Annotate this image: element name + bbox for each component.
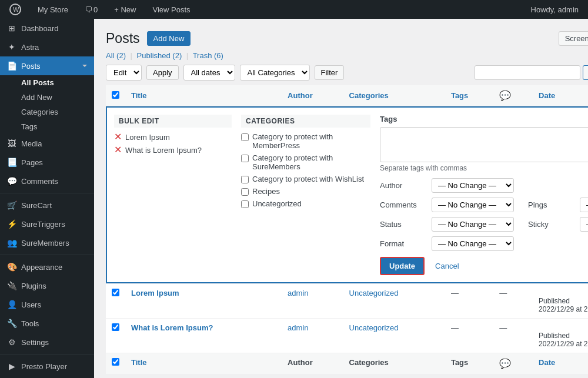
filter-bar: Edit Apply All dates All Categories Filt… xyxy=(106,65,588,81)
my-store-link[interactable]: My Store xyxy=(33,0,73,19)
row1-comments-value: — xyxy=(499,289,507,297)
bulk-edit-categories-section: Categories Category to protect with Memb… xyxy=(241,115,370,275)
filter-right: Search Posts 2 items xyxy=(475,65,588,80)
remove-post-2-button[interactable]: ✕ xyxy=(114,145,122,155)
view-posts-link[interactable]: View Posts xyxy=(148,0,195,19)
dashboard-icon: ⊞ xyxy=(7,24,16,33)
row2-checkbox[interactable] xyxy=(112,323,119,331)
table-row: What is Lorem Ipsum? admin Uncategorized… xyxy=(106,319,588,353)
sidebar-item-posts[interactable]: 📄 Posts xyxy=(0,56,94,75)
comments-select[interactable]: — No Change — xyxy=(432,198,514,212)
admin-menu: ⊞ Dashboard ✦ Astra 📄 Posts All Posts Ad… xyxy=(0,19,94,378)
media-icon: 🖼 xyxy=(7,139,16,148)
sidebar-item-comments[interactable]: 💬 Comments xyxy=(0,172,94,190)
pings-select[interactable]: — No Change — xyxy=(580,198,588,212)
sidebar-item-users[interactable]: 👤 Users xyxy=(0,295,94,314)
sidebar-item-suremembers[interactable]: 👥 SureMembers xyxy=(0,233,94,252)
sidebar-item-pages[interactable]: 📃 Pages xyxy=(0,153,94,172)
cat-wishlist-checkbox[interactable] xyxy=(241,176,249,183)
remove-post-1-button[interactable]: ✕ xyxy=(114,132,122,142)
select-all-checkbox[interactable] xyxy=(112,91,119,99)
tags-textarea[interactable] xyxy=(380,127,588,162)
bulk-apply-button[interactable]: Apply xyxy=(146,65,179,80)
submenu-add-new[interactable]: Add New xyxy=(0,90,94,105)
submenu-categories[interactable]: Categories xyxy=(0,105,94,119)
footer-select-all-checkbox[interactable] xyxy=(112,358,119,366)
submenu-all-posts[interactable]: All Posts xyxy=(0,75,94,90)
new-label: + New xyxy=(114,5,136,14)
screen-options-button[interactable]: Screen Options ▾ xyxy=(559,31,588,46)
cat-suremembers-checkbox[interactable] xyxy=(241,155,249,162)
search-area: Search Posts xyxy=(475,65,588,80)
row2-title-link[interactable]: What is Lorem Ipsum? xyxy=(131,323,213,332)
author-field-label: Author xyxy=(380,181,427,190)
sidebar-item-media[interactable]: 🖼 Media xyxy=(0,134,94,153)
comments-pings-row: Comments — No Change — Pings — No C xyxy=(380,198,588,212)
trash-posts-link[interactable]: Trash (6) xyxy=(193,51,223,60)
comments-count: 0 xyxy=(93,5,98,14)
suretriggers-icon: ⚡ xyxy=(7,219,16,229)
date-col-header[interactable]: Date xyxy=(533,85,588,106)
row1-date-value: Published 2022/12/29 at 2:26 pm xyxy=(539,297,588,313)
cat-memberpress-checkbox[interactable] xyxy=(241,133,249,141)
sidebar-item-astra[interactable]: ✦ Astra xyxy=(0,38,94,56)
cat-recipes-checkbox[interactable] xyxy=(241,188,249,196)
tools-icon: 🔧 xyxy=(7,319,16,328)
sidebar-item-tools[interactable]: 🔧 Tools xyxy=(0,314,94,333)
add-new-button[interactable]: Add New xyxy=(147,31,191,46)
sidebar-item-suretriggers[interactable]: ⚡ SureTriggers xyxy=(0,215,94,233)
category-filter-select[interactable]: All Categories xyxy=(240,65,310,81)
title-col-header[interactable]: Title xyxy=(125,85,282,106)
submenu-tags[interactable]: Tags xyxy=(0,119,94,134)
sidebar-item-plugins[interactable]: 🔌 Plugins xyxy=(0,276,94,295)
update-button[interactable]: Update xyxy=(380,257,425,275)
filter-button[interactable]: Filter xyxy=(315,65,345,80)
author-select[interactable]: — No Change — xyxy=(432,178,514,193)
row1-title-link[interactable]: Lorem Ipsum xyxy=(131,289,179,297)
footer-cb-col xyxy=(106,353,125,374)
row2-author-cell: admin xyxy=(282,319,343,353)
cat-uncategorized-checkbox[interactable] xyxy=(241,200,249,208)
format-select[interactable]: — No Change — xyxy=(432,236,514,251)
sidebar-item-dashboard[interactable]: ⊞ Dashboard xyxy=(0,19,94,38)
sidebar-item-appearance[interactable]: 🎨 Appearance xyxy=(0,257,94,276)
cancel-button[interactable]: Cancel xyxy=(429,258,465,274)
footer-comments-col: 💬 xyxy=(493,353,533,374)
sticky-field-row: Sticky — No Change — xyxy=(528,217,588,232)
footer-title-col: Title xyxy=(125,353,282,374)
sidebar-item-surecart[interactable]: 🛒 SureCart xyxy=(0,196,94,215)
bulk-action-select[interactable]: Edit xyxy=(106,65,142,81)
published-posts-link[interactable]: Published (2) xyxy=(137,51,184,60)
sidebar-item-settings[interactable]: ⚙ Settings xyxy=(0,333,94,352)
format-field-row: Format — No Change — xyxy=(380,236,588,251)
bulk-edit-post-1-label: Lorem Ipsum xyxy=(125,133,170,142)
table-footer-header-row: Title Author Categories Tags 💬 xyxy=(106,353,588,374)
footer-categories-col: Categories xyxy=(343,353,445,374)
all-posts-link[interactable]: All (2) xyxy=(106,51,128,60)
pings-field-label: Pings xyxy=(528,200,575,209)
new-content-link[interactable]: + New xyxy=(109,0,141,19)
search-posts-input[interactable] xyxy=(475,65,580,80)
footer-author-col: Author xyxy=(282,353,343,374)
bulk-edit-post-item-2: ✕ What is Lorem Ipsum? xyxy=(114,145,232,155)
wp-logo[interactable]: W xyxy=(5,0,26,19)
date-filter-select[interactable]: All dates xyxy=(183,65,235,81)
row1-category-link[interactable]: Uncategorized xyxy=(349,289,399,297)
status-select[interactable]: — No Change — xyxy=(432,217,514,232)
bulk-edit-post-2-label: What is Lorem Ipsum? xyxy=(125,146,202,155)
sidebar-item-label: Users xyxy=(21,300,41,309)
comments-link[interactable]: 🗨 0 xyxy=(80,0,102,19)
sidebar-item-presto-player[interactable]: ▶ Presto Player xyxy=(0,357,94,376)
main-content: Posts Add New Screen Options ▾ Help ▾ Al… xyxy=(94,19,588,378)
admin-bar: W My Store 🗨 0 + New View Posts Howdy, a… xyxy=(0,0,588,19)
row1-author-link[interactable]: admin xyxy=(288,289,308,297)
sticky-select[interactable]: — No Change — xyxy=(580,217,588,232)
row2-comments-cell: — xyxy=(493,319,533,353)
sidebar-item-label: SureMembers xyxy=(21,239,69,247)
row2-author-link[interactable]: admin xyxy=(288,323,308,332)
row1-checkbox[interactable] xyxy=(112,289,119,296)
search-posts-button[interactable]: Search Posts xyxy=(583,65,588,80)
row2-category-link[interactable]: Uncategorized xyxy=(349,323,399,332)
howdy-label[interactable]: Howdy, admin xyxy=(526,0,583,19)
row1-tags-cell: — xyxy=(445,284,493,319)
